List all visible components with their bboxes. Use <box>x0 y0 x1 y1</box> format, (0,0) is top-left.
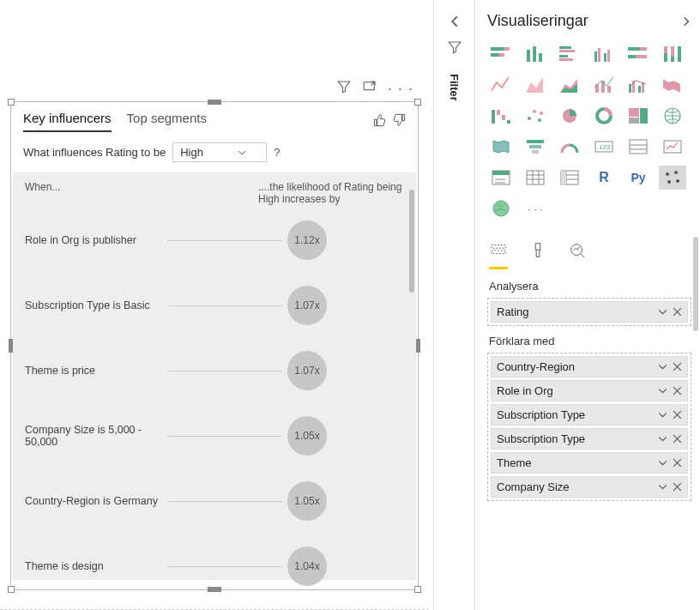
field-pill[interactable]: Subscription Type <box>491 404 688 426</box>
resize-corner[interactable] <box>8 586 15 593</box>
filter-icon[interactable] <box>336 79 352 98</box>
tab-key-influencers[interactable]: Key influencers <box>23 111 112 132</box>
svg-point-36 <box>528 117 531 120</box>
report-canvas[interactable]: · · · Key influencers Top segments What … <box>0 0 429 610</box>
gauge-icon[interactable] <box>556 135 583 159</box>
focus-mode-icon[interactable] <box>362 79 377 98</box>
close-icon[interactable] <box>673 386 682 396</box>
close-icon[interactable] <box>673 362 682 371</box>
filters-pane-collapsed[interactable]: Filter <box>433 0 474 610</box>
multi-row-card-icon[interactable] <box>625 135 652 159</box>
donut-icon[interactable] <box>590 104 618 128</box>
stacked-bar-icon[interactable] <box>487 42 515 66</box>
field-pill[interactable]: Company Size <box>491 476 688 498</box>
influencer-row[interactable]: Role in Org is publisher1.12x <box>25 220 404 260</box>
hundred-stacked-column-icon[interactable] <box>659 42 686 66</box>
r-visual-icon[interactable]: R <box>590 166 618 190</box>
influencer-row[interactable]: Theme is design1.04x <box>25 547 404 586</box>
resize-corner[interactable] <box>414 99 421 106</box>
scrollbar-thumb[interactable] <box>693 237 698 331</box>
arcgis-icon[interactable] <box>487 196 515 220</box>
close-icon[interactable] <box>673 458 682 468</box>
resize-corner[interactable] <box>8 99 15 106</box>
clustered-bar-icon[interactable] <box>556 42 583 66</box>
stacked-column-icon[interactable] <box>522 42 549 66</box>
chevron-right-icon[interactable] <box>681 16 691 27</box>
influence-bubble: 1.05x <box>287 481 327 521</box>
svg-rect-2 <box>504 47 510 51</box>
help-icon[interactable]: ? <box>274 146 280 159</box>
line-stacked-column-icon[interactable] <box>590 73 618 97</box>
scatter-icon[interactable] <box>522 104 549 128</box>
fields-tab[interactable] <box>489 241 508 269</box>
import-visual-icon[interactable]: · · · <box>522 196 549 220</box>
value-dropdown[interactable]: High <box>172 142 267 162</box>
svg-rect-10 <box>559 55 568 57</box>
field-pill[interactable]: Theme <box>491 452 688 474</box>
chevron-left-icon[interactable] <box>449 15 461 27</box>
svg-rect-9 <box>559 50 575 52</box>
stacked-area-icon[interactable] <box>556 73 583 97</box>
influencer-row[interactable]: Subscription Type is Basic1.07x <box>25 286 404 325</box>
field-pill[interactable]: Subscription Type <box>491 428 688 450</box>
svg-text:123: 123 <box>599 143 611 151</box>
svg-rect-15 <box>607 50 610 62</box>
svg-point-38 <box>538 118 541 122</box>
close-icon[interactable] <box>673 434 682 444</box>
clustered-column-icon[interactable] <box>590 42 618 66</box>
influencer-row[interactable]: Theme is price1.07x <box>25 351 404 390</box>
card-icon[interactable]: 123 <box>590 135 618 159</box>
area-chart-icon[interactable] <box>522 73 549 97</box>
key-influencers-icon[interactable] <box>659 166 686 190</box>
map-icon[interactable] <box>659 104 686 128</box>
slicer-icon[interactable] <box>487 166 515 190</box>
filled-map-icon[interactable] <box>487 135 515 159</box>
field-pill[interactable]: Role in Org <box>491 380 688 402</box>
resize-handle[interactable] <box>208 100 221 105</box>
field-pill[interactable]: Rating <box>491 301 688 323</box>
explain-field-well[interactable]: Country-Region Role in Org Subscription … <box>487 353 691 501</box>
chevron-down-icon[interactable] <box>658 410 667 420</box>
chevron-down-icon[interactable] <box>658 434 667 444</box>
chevron-down-icon[interactable] <box>658 482 667 492</box>
svg-rect-30 <box>638 86 641 93</box>
format-tab[interactable] <box>528 241 547 269</box>
scrollbar-thumb[interactable] <box>409 190 414 293</box>
field-pill[interactable]: Country-Region <box>491 356 688 377</box>
close-icon[interactable] <box>673 482 682 492</box>
resize-corner[interactable] <box>414 586 421 593</box>
column-header-when: When... <box>25 181 60 205</box>
tab-top-segments[interactable]: Top segments <box>127 111 207 132</box>
line-clustered-column-icon[interactable] <box>625 73 652 97</box>
svg-point-61 <box>674 171 678 174</box>
chevron-down-icon[interactable] <box>658 362 667 371</box>
line-chart-icon[interactable] <box>487 73 515 97</box>
thumbs-down-icon[interactable] <box>392 113 406 130</box>
chevron-down-icon[interactable] <box>658 458 667 468</box>
matrix-icon[interactable] <box>556 166 583 190</box>
waterfall-icon[interactable] <box>487 104 515 128</box>
chevron-down-icon[interactable] <box>658 386 667 396</box>
chevron-down-icon[interactable] <box>658 307 667 317</box>
hundred-stacked-bar-icon[interactable] <box>625 42 652 66</box>
influencer-row[interactable]: Company Size is 5,000 - 50,0001.05x <box>25 416 404 456</box>
close-icon[interactable] <box>673 307 682 317</box>
svg-rect-1 <box>491 47 504 51</box>
analytics-tab[interactable] <box>568 241 587 269</box>
python-visual-icon[interactable]: Py <box>625 166 652 190</box>
svg-rect-33 <box>497 110 500 115</box>
resize-handle[interactable] <box>208 587 221 592</box>
thumbs-up-icon[interactable] <box>373 113 387 130</box>
svg-rect-59 <box>561 171 566 184</box>
more-options-icon[interactable]: · · · <box>388 80 413 98</box>
treemap-icon[interactable] <box>625 104 652 128</box>
key-influencers-visual[interactable]: Key influencers Top segments What influe… <box>10 101 419 590</box>
pie-icon[interactable] <box>556 104 583 128</box>
funnel-icon[interactable] <box>522 135 549 159</box>
ribbon-chart-icon[interactable] <box>659 73 686 97</box>
kpi-icon[interactable] <box>659 135 686 159</box>
influencer-row[interactable]: Country-Region is Germany1.05x <box>25 481 404 521</box>
close-icon[interactable] <box>673 410 682 420</box>
table-icon[interactable] <box>522 166 549 190</box>
analyze-field-well[interactable]: Rating <box>487 298 691 326</box>
